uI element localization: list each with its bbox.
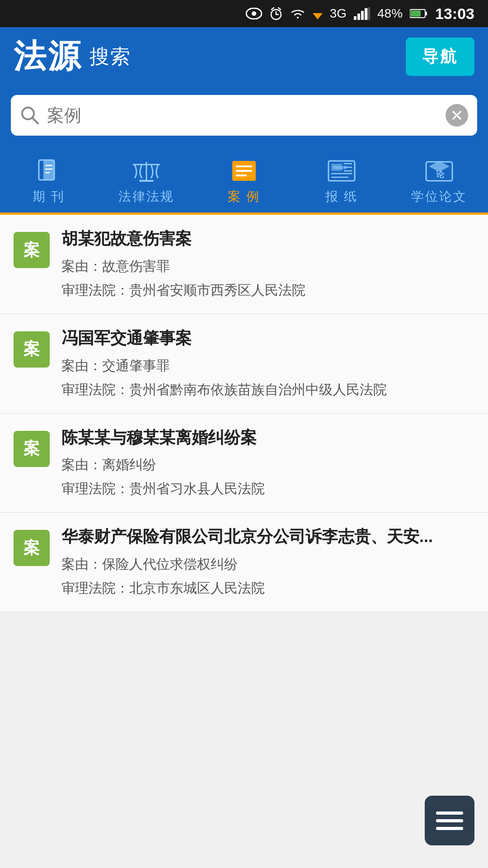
tab-case-label: 案 例: [228, 188, 261, 205]
case-content: 陈某某与穆某某离婚纠纷案 案由：离婚纠纷 审理法院：贵州省习水县人民法院: [61, 427, 474, 499]
case-reason: 案由：离婚纠纷: [61, 454, 474, 475]
case-badge: 案: [14, 232, 50, 268]
battery-percent: 48%: [377, 6, 403, 21]
app-header: 法源 搜索 导航: [0, 27, 488, 86]
signal-icon: [354, 7, 370, 20]
wifi-icon: [290, 8, 305, 19]
search-icon: [20, 105, 40, 125]
tab-case-icon: [228, 157, 260, 184]
svg-rect-12: [367, 7, 370, 20]
case-badge: 案: [14, 331, 50, 368]
app-title-main: 法源: [14, 35, 82, 78]
tab-thesis-label: 学位论文: [411, 188, 467, 205]
download-icon: [313, 8, 323, 19]
nav-button[interactable]: 导航: [406, 38, 474, 76]
case-title: 陈某某与穆某某离婚纠纷案: [61, 427, 474, 448]
tab-periodical-label: 期 刊: [33, 188, 66, 205]
tab-periodical[interactable]: 期 刊: [0, 148, 98, 212]
case-content: 华泰财产保险有限公司北京分公司诉李志贵、天安... 案由：保险人代位求偿权纠纷 …: [61, 526, 474, 598]
search-clear-button[interactable]: [446, 104, 468, 127]
tab-news[interactable]: news 报 纸: [293, 148, 390, 212]
content-list: 案 胡某犯故意伤害案 案由：故意伤害罪 审理法院：贵州省安顺市西秀区人民法院 案…: [0, 215, 488, 612]
svg-rect-11: [365, 8, 367, 20]
case-badge: 案: [14, 431, 50, 467]
search-input[interactable]: [47, 106, 446, 125]
svg-rect-8: [354, 16, 357, 20]
search-bar-container: [0, 86, 488, 148]
svg-rect-21: [43, 160, 54, 180]
float-menu-button[interactable]: [425, 796, 474, 845]
case-court: 审理法院：北京市东城区人民法院: [61, 578, 474, 598]
svg-rect-9: [357, 14, 360, 20]
tab-news-icon: news: [325, 157, 358, 184]
tab-law[interactable]: 法律法规: [98, 148, 195, 212]
tab-law-label: 法律法规: [118, 188, 174, 205]
tab-periodical-icon: [33, 157, 65, 184]
list-item[interactable]: 案 冯国军交通肇事案 案由：交通肇事罪 审理法院：贵州省黔南布依族苗族自治州中级…: [0, 314, 488, 414]
menu-line-3: [436, 827, 463, 830]
tab-bar: 期 刊 法律法规 案 例: [0, 148, 488, 215]
case-reason: 案由：故意伤害罪: [61, 256, 474, 276]
svg-line-17: [32, 118, 38, 123]
app-title: 法源 搜索: [14, 35, 131, 78]
tab-case[interactable]: 案 例: [195, 148, 293, 212]
case-title: 冯国军交通肇事案: [61, 328, 474, 349]
network-type: 3G: [330, 6, 347, 21]
tab-thesis-icon: 论: [423, 157, 455, 184]
svg-point-1: [252, 11, 256, 16]
svg-marker-7: [313, 13, 323, 19]
case-court: 审理法院：贵州省习水县人民法院: [61, 478, 474, 499]
svg-rect-10: [361, 11, 364, 20]
case-content: 胡某犯故意伤害案 案由：故意伤害罪 审理法院：贵州省安顺市西秀区人民法院: [61, 228, 474, 300]
eye-icon: [246, 8, 262, 19]
float-menu-icon: [436, 811, 463, 830]
tab-news-label: 报 纸: [325, 188, 358, 205]
battery-icon: [410, 9, 428, 19]
app-title-sub: 搜索: [89, 43, 131, 70]
case-court: 审理法院：贵州省安顺市西秀区人民法院: [61, 280, 474, 300]
time-display: 13:03: [435, 5, 474, 23]
status-icons: 3G 48% 13:03: [246, 5, 474, 23]
list-item[interactable]: 案 胡某犯故意伤害案 案由：故意伤害罪 审理法院：贵州省安顺市西秀区人民法院: [0, 215, 488, 314]
menu-line-1: [436, 811, 463, 815]
search-bar: [11, 95, 477, 136]
list-item[interactable]: 案 华泰财产保险有限公司北京分公司诉李志贵、天安... 案由：保险人代位求偿权纠…: [0, 513, 488, 612]
svg-rect-27: [139, 180, 154, 182]
svg-line-5: [272, 8, 274, 9]
case-reason: 案由：交通肇事罪: [61, 355, 474, 376]
case-reason: 案由：保险人代位求偿权纠纷: [61, 554, 474, 574]
alarm-icon: [269, 6, 283, 21]
case-title: 华泰财产保险有限公司北京分公司诉李志贵、天安...: [61, 526, 474, 547]
menu-line-2: [436, 819, 463, 822]
svg-rect-15: [411, 10, 421, 17]
tab-law-icon: [130, 157, 163, 184]
svg-text:论: 论: [436, 170, 445, 179]
status-bar: 3G 48% 13:03: [0, 0, 488, 27]
case-title: 胡某犯故意伤害案: [61, 228, 474, 250]
case-badge: 案: [14, 530, 50, 566]
case-content: 冯国军交通肇事案 案由：交通肇事罪 审理法院：贵州省黔南布依族苗族自治州中级人民…: [61, 328, 474, 400]
svg-line-6: [278, 8, 281, 9]
case-court: 审理法院：贵州省黔南布依族苗族自治州中级人民法院: [61, 379, 474, 400]
list-item[interactable]: 案 陈某某与穆某某离婚纠纷案 案由：离婚纠纷 审理法院：贵州省习水县人民法院: [0, 414, 488, 513]
tab-thesis[interactable]: 论 学位论文: [390, 148, 488, 212]
svg-rect-14: [425, 12, 427, 15]
